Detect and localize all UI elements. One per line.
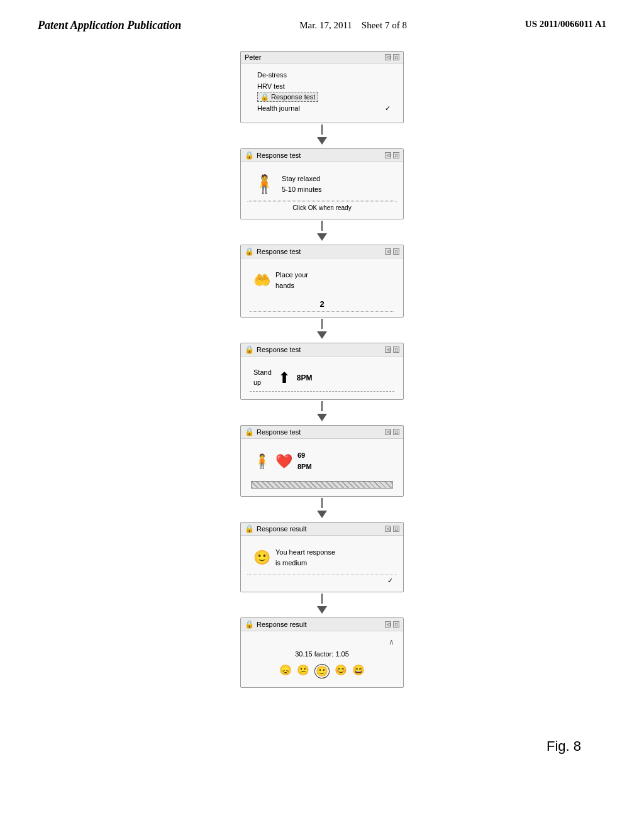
titlebar-heartrate: 🔒 Response test ◁ □ [241, 426, 403, 439]
menu-item-hrv[interactable]: HRV test [257, 81, 393, 92]
response-2-body: 🤲 Place your hands 2 [241, 258, 403, 317]
result-2-header-row: ∧ [247, 636, 397, 648]
hands-icon: 🤲 [253, 272, 270, 289]
emoji-1[interactable]: 😞 [279, 664, 292, 678]
connector-3 [317, 319, 327, 341]
response-title-1: Response test [257, 152, 301, 159]
connector-1 [317, 124, 327, 147]
result-1-body: 🙂 You heart response is medium ✓ [241, 536, 403, 592]
result-2-body: ∧ 30.15 factor: 1.05 😞 😕 🙂 😊 😄 [241, 631, 403, 687]
emoji-2[interactable]: 😕 [297, 664, 309, 678]
emoji-3-selected[interactable]: 🙂 [314, 664, 330, 678]
menu-item-health[interactable]: Health journal ✓ [257, 103, 393, 114]
person-small-icon: 🔒 [260, 93, 269, 101]
maximize-btn-5[interactable]: □ [393, 429, 399, 435]
response-1-body: 🧍 Stay relaxed 5-10 minutes Click OK whe… [241, 162, 403, 219]
heartrate-title: Response test [257, 428, 301, 436]
minimize-btn-6[interactable]: ◁ [385, 526, 391, 532]
response-title-2: Response test [257, 248, 301, 255]
titlebar-standup: 🔒 Response test ◁ □ [241, 343, 403, 357]
main-content: Peter ◁ □ De-stress HRV test 🔒 Response … [0, 38, 644, 688]
result-1-footer: ✓ [247, 574, 397, 587]
minimize-btn-5[interactable]: ◁ [385, 429, 391, 435]
menu-item-response[interactable]: 🔒 Response test [257, 92, 393, 103]
maximize-btn-7[interactable]: □ [393, 621, 399, 628]
bpm-value-1: 8PM [297, 374, 313, 382]
result-title-1: Response result [257, 525, 307, 533]
connector-5 [317, 498, 327, 521]
maximize-btn-3[interactable]: □ [393, 248, 399, 255]
arrow-down-6 [317, 606, 327, 614]
heartrate-content: 🧍 ❤️ 69 8PM [247, 444, 397, 479]
window-controls-5: ◁ □ [385, 429, 399, 435]
connector-6 [317, 594, 327, 616]
figure-label: Fig. 8 [547, 738, 581, 755]
arrow-stem-2 [321, 221, 323, 231]
titlebar-title-response-2: 🔒 Response test [245, 247, 301, 256]
standup-body: Stand up ⬆ 8PM [241, 357, 403, 399]
place-hands-line2: hands [275, 280, 308, 291]
titlebar-result-2: 🔒 Response result ◁ □ [241, 618, 403, 631]
screen-box-result-2: 🔒 Response result ◁ □ ∧ 30.15 factor: 1.… [240, 617, 404, 688]
titlebar-title-result-1: 🔒 Response result [245, 524, 307, 533]
stay-relaxed-text: Stay relaxed 5-10 minutes [282, 174, 322, 194]
peter-menu-body: De-stress HRV test 🔒 Response test Healt… [241, 64, 403, 123]
stand-line2: up [253, 378, 272, 387]
flow-diagram: Peter ◁ □ De-stress HRV test 🔒 Response … [234, 51, 410, 688]
minimize-btn-7[interactable]: ◁ [385, 621, 391, 628]
bottom-divider-1 [250, 391, 394, 392]
titlebar-title-result-2: 🔒 Response result [245, 620, 307, 629]
maximize-btn-4[interactable]: □ [393, 346, 399, 353]
arrow-down-1 [317, 137, 327, 145]
selected-menu-item[interactable]: 🔒 Response test [257, 92, 318, 102]
arrow-down-5 [317, 511, 327, 518]
response-icon-1: 🔒 [245, 151, 254, 160]
response-icon-4: 🔒 [245, 428, 254, 436]
menu-item-destress[interactable]: De-stress [257, 70, 393, 81]
titlebar-title-standup: 🔒 Response test [245, 345, 301, 354]
stand-line1: Stand [253, 368, 272, 377]
peter-menu: De-stress HRV test 🔒 Response test Healt… [247, 69, 397, 118]
caret-up-icon: ∧ [389, 638, 394, 646]
stand-up-text: Stand up [253, 368, 272, 387]
date-text: Mar. 17, 2011 [299, 20, 352, 30]
window-controls-4: ◁ □ [385, 346, 399, 353]
maximize-btn-2[interactable]: □ [393, 152, 399, 158]
place-hands-content: 🤲 Place your hands [247, 263, 397, 297]
standup-title: Response test [257, 346, 301, 353]
connector-2 [317, 221, 327, 243]
result-icon-1: 🔒 [245, 524, 254, 533]
emoji-5[interactable]: 😄 [352, 664, 365, 678]
response-1-content: 🧍 Stay relaxed 5-10 minutes [247, 167, 397, 201]
titlebar-title-peter: Peter [245, 53, 261, 61]
arrow-stem-1 [321, 124, 323, 135]
maximize-btn-6[interactable]: □ [393, 526, 399, 532]
click-ok-footer: Click OK when ready [247, 201, 397, 214]
hands-number: 2 [247, 297, 397, 311]
place-hands-line1: Place your [275, 270, 308, 280]
titlebar-response-1: 🔒 Response test ◁ □ [241, 149, 403, 162]
window-controls-7: ◁ □ [385, 621, 399, 628]
minimize-btn-4[interactable]: ◁ [385, 346, 391, 353]
arrow-stem-3 [321, 319, 323, 329]
hr-bpm: 8PM [297, 462, 312, 473]
result-icon-2: 🔒 [245, 620, 254, 629]
minimize-btn-3[interactable]: ◁ [385, 248, 391, 255]
heart-response-text: You heart response is medium [275, 547, 335, 568]
screen-box-result-1: 🔒 Response result ◁ □ 🙂 You heart respon… [240, 522, 404, 592]
minimize-btn[interactable]: ◁ [385, 54, 391, 60]
progress-bar [251, 481, 393, 489]
scroll-down-icon: ✓ [387, 577, 393, 585]
heart-icon: ❤️ [275, 453, 292, 470]
titlebar-title-heartrate: 🔒 Response test [245, 428, 301, 436]
publication-label: Patent Application Publication [38, 19, 181, 32]
minimize-btn-2[interactable]: ◁ [385, 152, 391, 158]
heartrate-values: 69 8PM [297, 450, 312, 472]
connector-4 [317, 401, 327, 424]
place-hands-text: Place your hands [275, 270, 308, 290]
maximize-btn[interactable]: □ [393, 54, 399, 60]
result-1-content: 🙂 You heart response is medium [247, 541, 397, 574]
emoji-4[interactable]: 😊 [335, 664, 347, 678]
heart-response-line2: is medium [275, 558, 335, 568]
arrow-down-2 [317, 233, 327, 241]
